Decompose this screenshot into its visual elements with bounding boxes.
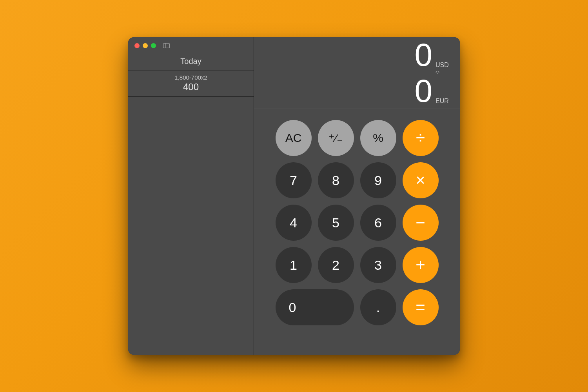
keypad: AC ⁺∕₋ % ÷ 7 8 9 × 4 5 6 − 1 2 3 + 0 . =	[254, 109, 460, 355]
plus-button[interactable]: +	[403, 247, 439, 283]
primary-display-value: 0	[414, 39, 432, 71]
calculator-main: 0 USD ︿﹀ 0 EUR AC ⁺∕₋ % ÷ 7 8	[254, 37, 460, 355]
equals-button[interactable]: =	[403, 289, 439, 325]
digit-1-button[interactable]: 1	[276, 247, 312, 283]
minimize-icon[interactable]	[143, 43, 148, 48]
percent-button[interactable]: %	[360, 120, 396, 156]
svg-rect-0	[163, 43, 170, 48]
close-icon[interactable]	[134, 43, 140, 48]
digit-2-button[interactable]: 2	[318, 247, 354, 283]
divide-button[interactable]: ÷	[403, 120, 439, 156]
history-sidebar: Today 1,800-700x2 400	[128, 37, 254, 355]
history-date-header: Today	[128, 54, 254, 71]
digit-5-button[interactable]: 5	[318, 205, 354, 241]
digit-8-button[interactable]: 8	[318, 162, 354, 198]
minus-button[interactable]: −	[403, 205, 439, 241]
window-titlebar	[128, 37, 254, 54]
toggle-sidebar-icon[interactable]	[163, 43, 170, 48]
digit-7-button[interactable]: 7	[276, 162, 312, 198]
digit-4-button[interactable]: 4	[276, 205, 312, 241]
digit-9-button[interactable]: 9	[360, 162, 396, 198]
secondary-currency-label[interactable]: EUR	[436, 98, 451, 105]
all-clear-button[interactable]: AC	[276, 120, 312, 156]
secondary-display-value: 0	[414, 75, 432, 107]
digit-3-button[interactable]: 3	[360, 247, 396, 283]
sign-toggle-button[interactable]: ⁺∕₋	[318, 120, 354, 156]
swap-currencies-icon[interactable]: ︿﹀	[436, 69, 451, 75]
digit-6-button[interactable]: 6	[360, 205, 396, 241]
digit-0-button[interactable]: 0	[276, 289, 354, 325]
history-expression: 1,800-700x2	[128, 74, 254, 81]
calculator-window: Today 1,800-700x2 400 0 USD ︿﹀ 0 EUR	[128, 37, 460, 355]
multiply-button[interactable]: ×	[403, 162, 439, 198]
fullscreen-icon[interactable]	[151, 43, 156, 48]
decimal-button[interactable]: .	[360, 289, 396, 325]
history-result: 400	[128, 82, 254, 93]
history-item[interactable]: 1,800-700x2 400	[128, 71, 254, 97]
display-area: 0 USD ︿﹀ 0 EUR	[254, 37, 460, 109]
primary-currency-label[interactable]: USD	[436, 62, 451, 69]
